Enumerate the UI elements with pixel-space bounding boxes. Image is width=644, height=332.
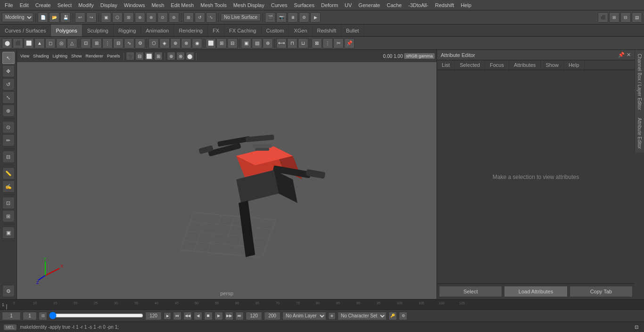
vp-show-menu[interactable]: Show — [70, 53, 83, 59]
tab-rendering[interactable]: Rendering — [174, 24, 208, 36]
save-btn[interactable]: 💾 — [60, 12, 71, 23]
menu-windows[interactable]: Windows — [121, 1, 148, 9]
icon-plane[interactable]: ◻ — [45, 38, 56, 49]
tab-rigging[interactable]: Rigging — [114, 24, 141, 36]
icon-cube[interactable]: ⬛ — [13, 38, 23, 49]
icon-unfold[interactable]: ⊠ — [312, 38, 322, 49]
menu-help[interactable]: Help — [458, 1, 474, 9]
vp-display1-btn[interactable]: ⊟ — [135, 52, 144, 60]
layout3-btn[interactable]: ⊟ — [620, 12, 631, 23]
char-key-btn[interactable]: 🔑 — [388, 312, 397, 320]
layout1-btn[interactable]: ⬛ — [598, 12, 608, 23]
icon-offset[interactable]: ⊞ — [216, 38, 227, 49]
icon-extrude[interactable]: ⬡ — [149, 38, 159, 49]
tab-polygons[interactable]: Polygons — [51, 24, 82, 36]
menu-mesh-display[interactable]: Mesh Display — [231, 1, 267, 9]
icon-smooth[interactable]: ⊛ — [263, 38, 273, 49]
vp-view-menu[interactable]: View — [19, 53, 31, 59]
snap4-btn[interactable]: ⊚ — [169, 12, 179, 23]
rot-btn[interactable]: ↺ — [195, 12, 205, 23]
vp-grid-btn[interactable]: ⊞ — [154, 52, 163, 60]
go-start-btn[interactable]: ⏮ — [173, 312, 182, 320]
icon-bevel[interactable]: ◈ — [159, 38, 170, 49]
show-manip-btn[interactable]: ⊕ — [2, 105, 15, 117]
icon-append[interactable]: ▣ — [241, 38, 251, 49]
menu-edit-mesh[interactable]: Edit Mesh — [168, 1, 197, 9]
tab-curves-surfaces[interactable]: Curves / Surfaces — [0, 24, 51, 36]
menu-cache[interactable]: Cache — [384, 1, 405, 9]
render5-btn[interactable]: ▶ — [310, 12, 321, 23]
menu-select[interactable]: Select — [55, 1, 75, 9]
stop-btn[interactable]: ⏹ — [204, 312, 213, 320]
icon-helix[interactable]: ∿ — [124, 38, 134, 49]
icon-fill[interactable]: ▤ — [252, 38, 262, 49]
select-tool-btn[interactable]: ↖ — [2, 52, 15, 64]
icon-edge-loop[interactable]: ⬜ — [206, 38, 216, 49]
annotate-btn[interactable]: ✍ — [2, 180, 15, 193]
icon-pin[interactable]: 📌 — [344, 38, 355, 49]
menu-generate[interactable]: Generate — [355, 1, 383, 9]
paint-btn[interactable]: ⊞ — [124, 12, 134, 23]
menu-file[interactable]: File — [2, 1, 16, 9]
attr-tab-selected[interactable]: Selected — [455, 60, 485, 70]
attr-pin-btn[interactable]: 📌 — [618, 52, 625, 58]
play-fwd-btn[interactable]: ▶ — [215, 312, 223, 320]
icon-gear[interactable]: ⚙ — [135, 38, 145, 49]
step-fwd-btn[interactable]: ▶▶ — [225, 312, 233, 320]
icon-combine[interactable]: ⊓ — [287, 38, 297, 49]
icon-cyl[interactable]: ⬜ — [24, 38, 34, 49]
mel-badge[interactable]: MEL — [4, 324, 17, 330]
render3-btn[interactable]: 🖥 — [288, 12, 298, 23]
tab-custom[interactable]: Custom — [262, 24, 289, 36]
current-frame-input2[interactable] — [23, 312, 37, 320]
menu-create[interactable]: Create — [33, 1, 54, 9]
menu-edit[interactable]: Edit — [17, 1, 32, 9]
render-region-btn[interactable]: ▣ — [2, 227, 15, 239]
workspace-select[interactable]: Modeling — [2, 13, 33, 22]
icon-subdiv2[interactable]: ⊞ — [91, 38, 102, 49]
icon-prism[interactable]: △ — [67, 38, 77, 49]
settings-btn[interactable]: ⚙ — [2, 285, 15, 297]
render4-btn[interactable]: ⚙ — [299, 12, 309, 23]
anim-layer-select[interactable]: No Anim Layer — [282, 312, 326, 320]
select-mode-btn[interactable]: ⊡ — [2, 197, 15, 209]
attr-tab-help[interactable]: Help — [564, 60, 585, 70]
scale-tool-btn[interactable]: ⤡ — [2, 91, 15, 104]
channel-box-tab[interactable]: Channel Box / Layer Editor — [635, 50, 644, 114]
timeline-scrubber[interactable] — [49, 313, 143, 318]
current-frame-input[interactable] — [2, 312, 21, 320]
icon-sphere[interactable]: ⬤ — [2, 38, 12, 49]
attr-tab-show[interactable]: Show — [541, 60, 564, 70]
viewport[interactable]: View Shading Lighting Show Renderer Pane… — [17, 50, 437, 299]
attr-tab-attributes[interactable]: Attributes — [509, 60, 541, 70]
load-attributes-btn[interactable]: Load Attributes — [504, 286, 567, 297]
menu-3dto[interactable]: -3DtoAll- — [405, 1, 431, 9]
vp-cam-btn[interactable]: 🎥 — [126, 52, 134, 60]
snap1-btn[interactable]: ⊕ — [135, 12, 145, 23]
select-btn[interactable]: Select — [439, 286, 502, 297]
icon-grid[interactable]: ⋮ — [102, 38, 113, 49]
vp-shading-menu[interactable]: Shading — [32, 53, 50, 59]
range-end-input[interactable] — [145, 312, 162, 320]
icon-layout[interactable]: ⋮ — [322, 38, 333, 49]
layout2-btn[interactable]: ⊞ — [609, 12, 619, 23]
lasso-btn[interactable]: ⬡ — [112, 12, 123, 23]
icon-mirror[interactable]: ⟷ — [276, 38, 287, 49]
menu-redshift[interactable]: Redshift — [432, 1, 457, 9]
select-btn[interactable]: ▣ — [101, 12, 111, 23]
timeline-marks[interactable]: 5 10 15 20 25 30 35 40 45 50 55 60 65 70… — [6, 300, 644, 309]
char-settings-btn[interactable]: ⚙ — [399, 312, 407, 320]
redo-btn[interactable]: ↪ — [86, 12, 97, 23]
new-scene-btn[interactable]: 📄 — [38, 12, 48, 23]
tab-fx[interactable]: FX — [208, 24, 224, 36]
live-surface-btn[interactable]: No Live Surface — [221, 13, 261, 21]
icon-cut[interactable]: ✂ — [333, 38, 344, 49]
layout4-btn[interactable]: ▤ — [632, 12, 642, 23]
tab-xgen[interactable]: XGen — [289, 24, 312, 36]
menu-mesh-tools[interactable]: Mesh Tools — [198, 1, 229, 9]
snap-to-btn[interactable]: ⊟ — [2, 151, 15, 163]
vp-shading-btn[interactable]: ⊕ — [167, 52, 175, 60]
tab-fx-caching[interactable]: FX Caching — [224, 24, 261, 36]
vp-lighting-menu[interactable]: Lighting — [51, 53, 69, 59]
icon-bridge[interactable]: ⊕ — [170, 38, 181, 49]
